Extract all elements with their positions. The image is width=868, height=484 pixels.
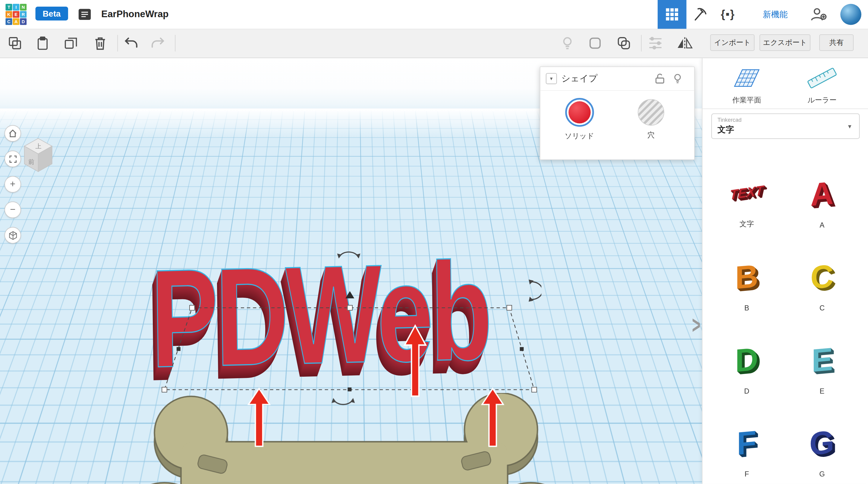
copy-button[interactable] bbox=[8, 36, 22, 50]
fit-view-button[interactable] bbox=[4, 151, 21, 167]
design-title[interactable]: EarPhoneWrap bbox=[101, 9, 168, 20]
annotation-arrow bbox=[404, 324, 427, 397]
edge-handle[interactable] bbox=[177, 347, 181, 351]
tinkercad-logo[interactable]: T I N K E R C A D bbox=[5, 4, 27, 25]
group-button[interactable] bbox=[617, 36, 631, 50]
import-button[interactable]: インポート bbox=[710, 34, 755, 51]
tinkercad-app: T I N K E R C A D Beta EarPhoneWrap {▪} … bbox=[0, 0, 868, 484]
shape-thumbnail: C bbox=[810, 248, 834, 305]
tinker-pickaxe-icon[interactable] bbox=[693, 7, 708, 22]
redo-button[interactable] bbox=[151, 36, 165, 50]
toolbar-separator bbox=[117, 35, 118, 52]
rotate-handle-top[interactable] bbox=[337, 247, 361, 259]
shape-item-a[interactable]: A A bbox=[789, 166, 855, 232]
workplane-tool[interactable]: 作業平面 bbox=[714, 65, 780, 105]
shape-thumbnail: E bbox=[811, 331, 833, 388]
logo-tile: N bbox=[20, 4, 27, 10]
beta-badge[interactable]: Beta bbox=[36, 7, 68, 21]
avatar[interactable] bbox=[840, 4, 861, 25]
shape-panel-header: ▼ シェイプ bbox=[540, 67, 694, 91]
panel-collapse-button[interactable]: ▼ bbox=[546, 73, 557, 84]
logo-tile: C bbox=[5, 19, 12, 25]
shape-item-e[interactable]: E E bbox=[789, 332, 855, 397]
hole-swatch[interactable]: 穴 bbox=[638, 99, 664, 140]
toolbar-separator bbox=[641, 35, 642, 52]
scale-handle[interactable] bbox=[161, 387, 167, 392]
undo-button[interactable] bbox=[124, 36, 138, 50]
align-button[interactable] bbox=[648, 36, 662, 50]
delete-button[interactable] bbox=[93, 36, 107, 50]
logo-tile: K bbox=[5, 11, 12, 18]
scale-handle[interactable] bbox=[531, 387, 537, 392]
shape-item-text[interactable]: TEXT 文字 bbox=[714, 166, 780, 232]
workplane-icon bbox=[729, 65, 765, 91]
view-cube[interactable]: 上 前 bbox=[17, 132, 60, 175]
sidebar-collapse-chevron[interactable]: > bbox=[692, 311, 701, 340]
lock-icon[interactable] bbox=[654, 72, 665, 85]
hint-bulb-button[interactable] bbox=[560, 36, 575, 50]
shape-thumbnail: G bbox=[809, 414, 835, 471]
logo-tile: A bbox=[13, 19, 19, 25]
shape-item-label: 文字 bbox=[740, 219, 754, 229]
view-cube-front-label: 前 bbox=[28, 158, 34, 165]
add-user-icon[interactable] bbox=[809, 7, 827, 22]
shape-item-d[interactable]: D D bbox=[714, 332, 780, 397]
annotation-arrow bbox=[247, 388, 271, 447]
shape-item-label: F bbox=[744, 470, 749, 478]
logo-tile: D bbox=[20, 19, 27, 25]
my-designs-icon[interactable] bbox=[78, 8, 92, 21]
dashboard-grid-button[interactable] bbox=[658, 0, 687, 29]
toolbar-separator bbox=[175, 35, 176, 52]
zoom-out-button[interactable]: − bbox=[4, 202, 21, 218]
ungroup-button[interactable] bbox=[588, 36, 602, 50]
shape-item-label: G bbox=[819, 470, 825, 478]
shape-item-f[interactable]: F F bbox=[714, 415, 780, 481]
shape-item-label: D bbox=[744, 387, 749, 395]
solid-swatch[interactable]: ソリッド bbox=[564, 98, 594, 141]
ortho-view-button[interactable] bbox=[4, 227, 21, 243]
hole-swatch-pattern bbox=[638, 99, 664, 126]
export-button[interactable]: エクスポート bbox=[760, 34, 810, 51]
lightbulb-icon[interactable] bbox=[672, 72, 683, 85]
raise-handle[interactable] bbox=[345, 291, 354, 298]
new-features-link[interactable]: 新機能 bbox=[763, 9, 788, 20]
solid-swatch-ring bbox=[565, 98, 594, 127]
shape-item-c[interactable]: C C bbox=[789, 249, 855, 314]
shape-item-label: E bbox=[820, 387, 825, 395]
shape-item-label: B bbox=[744, 304, 749, 312]
edge-handle[interactable] bbox=[347, 388, 351, 391]
shape-item-g[interactable]: G G bbox=[789, 415, 855, 481]
library-source: Tinkercad bbox=[717, 117, 741, 123]
top-navbar: T I N K E R C A D Beta EarPhoneWrap {▪} … bbox=[0, 0, 868, 29]
paste-button[interactable] bbox=[36, 36, 50, 50]
shape-inspector-panel: ▼ シェイプ ソリッド 穴 bbox=[540, 66, 695, 160]
scale-handle[interactable] bbox=[347, 305, 352, 310]
chevron-down-icon: ▼ bbox=[549, 76, 554, 81]
text-object-pdweb[interactable]: PDWeb bbox=[150, 241, 490, 389]
codeblocks-icon[interactable]: {▪} bbox=[721, 8, 735, 21]
share-button[interactable]: 共有 bbox=[819, 34, 854, 51]
hole-label: 穴 bbox=[647, 130, 655, 140]
duplicate-button[interactable] bbox=[64, 36, 79, 50]
shape-item-label: A bbox=[820, 221, 825, 229]
zoom-in-button[interactable]: + bbox=[4, 176, 21, 192]
shape-thumbnail: B bbox=[735, 248, 758, 305]
shape-library-sidebar: 作業平面 ルーラー Tinkercad 文字 ▼ TEXT 文字 A A bbox=[702, 58, 868, 484]
shape-item-b[interactable]: B B bbox=[714, 249, 780, 314]
scale-handle[interactable] bbox=[189, 305, 195, 310]
logo-tile: E bbox=[13, 11, 19, 18]
logo-tile: R bbox=[20, 11, 27, 18]
mirror-button[interactable] bbox=[676, 36, 691, 50]
ruler-tool[interactable]: ルーラー bbox=[789, 65, 855, 105]
rotate-handle-right[interactable] bbox=[528, 279, 541, 302]
shape-thumbnail: TEXT bbox=[729, 163, 765, 222]
scale-handle[interactable] bbox=[507, 305, 512, 310]
solid-swatch-color bbox=[568, 101, 590, 123]
grid-icon bbox=[666, 8, 670, 12]
home-view-button[interactable] bbox=[4, 125, 21, 142]
edge-handle[interactable] bbox=[520, 347, 524, 351]
sidebar-divider bbox=[703, 109, 868, 109]
shape-library-select[interactable]: Tinkercad 文字 ▼ bbox=[711, 114, 860, 139]
shape-panel-title: シェイプ bbox=[561, 73, 597, 85]
rotate-handle-bottom[interactable] bbox=[331, 397, 355, 410]
